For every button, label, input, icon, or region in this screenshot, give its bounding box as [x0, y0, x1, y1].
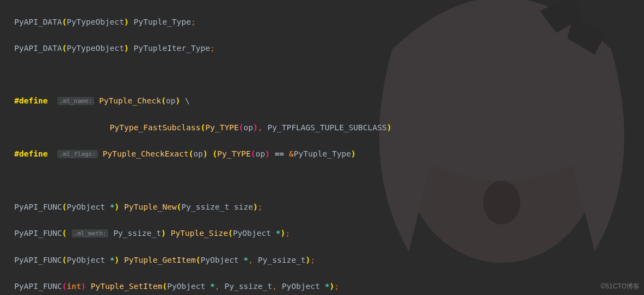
code-line: PyAPI_DATA(PyTypeObject) PyTupleIter_Typ… — [14, 42, 644, 55]
code-line: PyAPI_FUNC( .ml_meth: Py_ssize_t) PyTupl… — [14, 227, 644, 240]
code-line — [14, 174, 644, 187]
code-line: PyAPI_DATA(PyTypeObject) PyTuple_Type; — [14, 15, 644, 28]
code-line: #define .ml_name: PyTuple_Check(op) \ — [14, 94, 644, 108]
code-editor-content: PyAPI_DATA(PyTypeObject) PyTuple_Type; P… — [0, 0, 644, 295]
code-line — [14, 68, 644, 81]
code-line: PyAPI_FUNC(PyObject *) PyTuple_New(Py_ss… — [14, 200, 644, 213]
code-line: PyAPI_FUNC(PyObject *) PyTuple_GetItem(P… — [14, 253, 644, 267]
watermark-text: ©51CTO博客 — [601, 280, 640, 293]
inlay-hint: .ml_name: — [57, 97, 95, 105]
code-line: #define .ml_flags: PyTuple_CheckExact(op… — [14, 147, 644, 161]
code-line: PyType_FastSubclass(Py_TYPE(op), Py_TPFL… — [14, 121, 644, 134]
inlay-hint: .ml_meth: — [72, 229, 109, 238]
inlay-hint: .ml_flags: — [57, 150, 98, 158]
code-line: PyAPI_FUNC(int) PyTuple_SetItem(PyObject… — [14, 280, 644, 293]
